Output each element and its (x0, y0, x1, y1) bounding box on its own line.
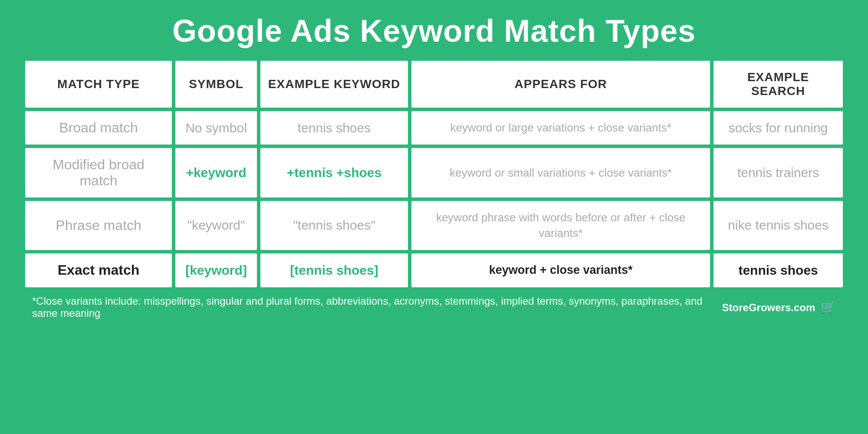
bracket-close: ] (243, 263, 247, 277)
table-row-exact-match: Exact match[keyword][tennis shoes]keywor… (25, 253, 843, 287)
symbol-cell-phrase-match: "keyword" (175, 201, 257, 250)
bracket-close-kw: ] (374, 263, 378, 277)
appears-for-cell-broad-match: keyword or large variations + close vari… (411, 111, 710, 145)
symbol-text: keyword (190, 263, 243, 277)
col-header-example-keyword: EXAMPLE KEYWORD (260, 61, 408, 108)
example-search-cell-modified-broad-match: tennis trainers (713, 148, 843, 197)
table-row-phrase-match: Phrase match"keyword""tennis shoes"keywo… (25, 201, 843, 250)
page-title: Google Ads Keyword Match Types (155, 0, 713, 57)
example-search-cell-broad-match: socks for running (713, 111, 843, 145)
match-type-cell-phrase-match: Phrase match (25, 201, 172, 250)
keyword-text: +tennis +shoes (287, 165, 381, 180)
keyword-cell-phrase-match: "tennis shoes" (260, 201, 408, 250)
table-row-broad-match: Broad matchNo symboltennis shoeskeyword … (25, 111, 843, 145)
match-type-cell-broad-match: Broad match (25, 111, 172, 145)
example-search-cell-exact-match: tennis shoes (713, 253, 843, 287)
main-table-wrapper: MATCH TYPE SYMBOL EXAMPLE KEYWORD APPEAR… (22, 57, 846, 327)
symbol-cell-modified-broad-match: +keyword (175, 148, 257, 197)
footer-note: *Close variants include: misspellings, s… (25, 291, 710, 324)
bracket-open-kw: [ (290, 263, 294, 277)
keyword-text: tennis shoes (294, 263, 374, 277)
appears-for-cell-phrase-match: keyword phrase with words before or afte… (411, 201, 710, 250)
col-header-symbol: SYMBOL (175, 61, 257, 108)
symbol-cell-exact-match: [keyword] (175, 253, 257, 287)
keyword-cell-broad-match: tennis shoes (260, 111, 408, 145)
brand-label: StoreGrowers.com 🛒 (713, 291, 843, 324)
col-header-match-type: MATCH TYPE (25, 61, 172, 108)
footer-row: *Close variants include: misspellings, s… (25, 291, 843, 324)
keyword-cell-exact-match: [tennis shoes] (260, 253, 408, 287)
col-header-example-search: EXAMPLE SEARCH (713, 61, 843, 108)
example-search-cell-phrase-match: nike tennis shoes (713, 201, 843, 250)
appears-for-cell-modified-broad-match: keyword or small variations + close vari… (411, 148, 710, 197)
keyword-cell-modified-broad-match: +tennis +shoes (260, 148, 408, 197)
table-row-modified-broad-match: Modified broad match+keyword+tennis +sho… (25, 148, 843, 197)
appears-for-cell-exact-match: keyword + close variants* (411, 253, 710, 287)
match-type-cell-modified-broad-match: Modified broad match (25, 148, 172, 197)
keyword-match-types-table: MATCH TYPE SYMBOL EXAMPLE KEYWORD APPEAR… (22, 57, 846, 327)
symbol-cell-broad-match: No symbol (175, 111, 257, 145)
store-icon: 🛒 (821, 300, 836, 314)
table-header-row: MATCH TYPE SYMBOL EXAMPLE KEYWORD APPEAR… (25, 61, 843, 108)
bracket-open: [ (185, 263, 190, 277)
match-type-cell-exact-match: Exact match (25, 253, 172, 287)
symbol-text: +keyword (186, 165, 246, 180)
col-header-appears-for: APPEARS FOR (411, 61, 710, 108)
